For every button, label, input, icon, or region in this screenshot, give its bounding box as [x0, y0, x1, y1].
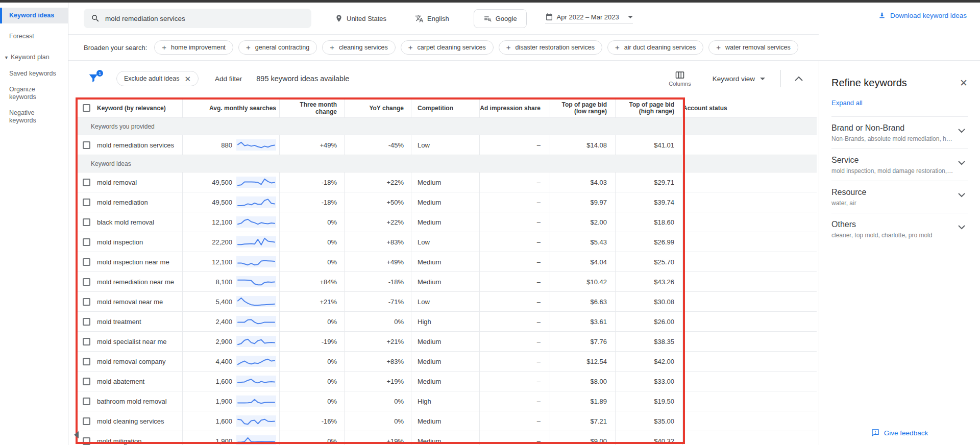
column-header-7[interactable]: Top of page bid (high range) [616, 98, 683, 117]
sidebar-item-organize-keywords[interactable]: Organize keywords [0, 82, 68, 105]
row-checkbox[interactable] [83, 179, 90, 186]
trend-sparkline [236, 215, 276, 229]
close-icon[interactable]: ✕ [960, 79, 968, 87]
column-header-label: Account status [683, 105, 727, 112]
ad-impression-share: – [537, 141, 541, 149]
chevron-down-icon[interactable] [958, 128, 966, 133]
search-input[interactable] [105, 15, 304, 22]
yoy-change: 0% [394, 318, 404, 326]
date-range-selector[interactable]: Apr 2022 – Mar 2023 [545, 13, 633, 24]
column-header-4[interactable]: Competition [411, 98, 480, 117]
table-row: black mold removal12,1000%+22%Medium–$2.… [77, 212, 817, 232]
top-bid-low: $4.03 [590, 179, 607, 186]
refine-section-brand-or-non-brand[interactable]: Brand or Non-BrandNon-Brands, absolute m… [831, 116, 968, 149]
sidebar-item-label: Organize keywords [9, 86, 36, 101]
ad-impression-share: – [537, 298, 541, 306]
sidebar-item-keyword-ideas[interactable]: Keyword ideas [0, 8, 68, 23]
searches-value: 49,500 [212, 179, 232, 186]
row-checkbox[interactable] [83, 378, 90, 385]
scroll-left-arrow[interactable] [74, 431, 79, 438]
row-checkbox[interactable] [83, 141, 90, 149]
keyword-search-box[interactable] [84, 9, 311, 28]
searches-value: 12,100 [212, 218, 232, 226]
download-label: Download keyword ideas [890, 12, 967, 19]
column-header-0[interactable]: Keyword (by relevance) [95, 98, 183, 117]
row-checkbox[interactable] [83, 437, 90, 445]
top-bid-low: $9.00 [590, 437, 607, 445]
row-checkbox[interactable] [83, 218, 90, 226]
trend-sparkline [236, 275, 276, 289]
keyword-view-dropdown[interactable]: Keyword view [713, 75, 765, 83]
refine-section-desc: Non-Brands, absolute mold remediation, h… [831, 135, 954, 142]
competition-level: Medium [418, 437, 441, 445]
column-header-5[interactable]: Ad impression share [480, 98, 550, 117]
sidebar-item-label: Keyword ideas [9, 12, 54, 19]
three-month-change: 0% [327, 218, 337, 226]
row-checkbox[interactable] [83, 417, 90, 425]
plus-icon: + [506, 45, 511, 50]
top-bid-high: $26.99 [654, 238, 674, 246]
chevron-down-icon [628, 16, 633, 18]
column-header-3[interactable]: YoY change [345, 98, 411, 117]
refine-section-resource[interactable]: Resourcewater, air [831, 181, 968, 213]
give-feedback-button[interactable]: Give feedback [819, 429, 980, 437]
collapse-panel-button[interactable] [794, 76, 803, 82]
chevron-down-icon[interactable] [958, 160, 966, 165]
column-header-8[interactable]: Account status [683, 98, 817, 117]
row-checkbox[interactable] [83, 258, 90, 266]
column-header-1[interactable]: Avg. monthly searches [183, 98, 280, 117]
broaden-chip-cleaning-services[interactable]: +cleaning services [322, 40, 396, 55]
row-checkbox[interactable] [83, 238, 90, 246]
column-header-6[interactable]: Top of page bid (low range) [550, 98, 616, 117]
feedback-icon [871, 429, 879, 437]
sidebar-item-negative-keywords[interactable]: Negative keywords [0, 105, 68, 129]
trend-sparkline [236, 374, 276, 388]
calendar-icon [545, 13, 553, 21]
row-checkbox[interactable] [83, 398, 90, 405]
column-header-2[interactable]: Three month change [280, 98, 345, 117]
sidebar-item-label: Keyword plan [11, 54, 50, 61]
broaden-chip-carpet-cleaning-services[interactable]: +carpet cleaning services [401, 40, 494, 55]
sidebar-item-keyword-plan[interactable]: ▼Keyword plan [0, 50, 68, 66]
top-bid-low: $10.42 [586, 278, 607, 286]
broaden-chip-home-improvement[interactable]: +home improvement [154, 40, 233, 55]
select-all-checkbox[interactable] [83, 104, 90, 112]
language-selector[interactable]: English [415, 14, 449, 23]
refine-section-others[interactable]: Otherscleaner, top mold, charlotte, pro … [831, 213, 968, 245]
broaden-chip-disaster-restoration-services[interactable]: +disaster restoration services [499, 40, 602, 55]
sidebar-item-saved-keywords[interactable]: Saved keywords [0, 66, 68, 82]
sidebar-item-forecast[interactable]: Forecast [0, 29, 68, 44]
refine-section-service[interactable]: Servicemold inspection, mold damage rest… [831, 149, 968, 181]
remove-filter-icon[interactable]: ✕ [184, 76, 191, 82]
chevron-down-icon[interactable] [958, 225, 966, 230]
row-checkbox[interactable] [83, 298, 90, 306]
columns-button[interactable]: Columns [669, 71, 691, 87]
broaden-chip-air-duct-cleaning-services[interactable]: +air duct cleaning services [607, 40, 703, 55]
three-month-change: +49% [320, 141, 337, 149]
network-selector[interactable]: Google [474, 9, 527, 28]
yoy-change: +21% [386, 338, 404, 345]
table-toolbar: 1 Exclude adult ideas ✕ Add filter 895 k… [68, 61, 819, 96]
expand-all-link[interactable]: Expand all [831, 99, 863, 107]
location-selector[interactable]: United States [335, 14, 386, 22]
chevron-down-icon[interactable] [958, 192, 966, 197]
keyword-view-label: Keyword view [713, 75, 755, 83]
add-filter-button[interactable]: Add filter [215, 75, 242, 83]
download-keyword-ideas-link[interactable]: Download keyword ideas [878, 11, 967, 19]
broaden-chip-general-contracting[interactable]: +general contracting [238, 40, 317, 55]
trend-sparkline [236, 294, 276, 309]
filter-funnel-icon[interactable]: 1 [88, 72, 101, 85]
ad-impression-share: – [537, 238, 541, 246]
row-checkbox[interactable] [83, 318, 90, 326]
columns-icon [675, 71, 684, 79]
column-header-label: Keyword (by relevance) [97, 105, 166, 112]
competition-level: High [418, 318, 431, 326]
chip-label: cleaning services [339, 44, 388, 51]
row-checkbox[interactable] [83, 338, 90, 345]
column-header-label: YoY change [369, 105, 404, 112]
row-checkbox[interactable] [83, 358, 90, 365]
row-checkbox[interactable] [83, 278, 90, 286]
row-checkbox[interactable] [83, 199, 90, 206]
exclude-adult-ideas-chip[interactable]: Exclude adult ideas ✕ [116, 71, 199, 86]
broaden-chip-water-removal-services[interactable]: +water removal services [708, 40, 798, 55]
